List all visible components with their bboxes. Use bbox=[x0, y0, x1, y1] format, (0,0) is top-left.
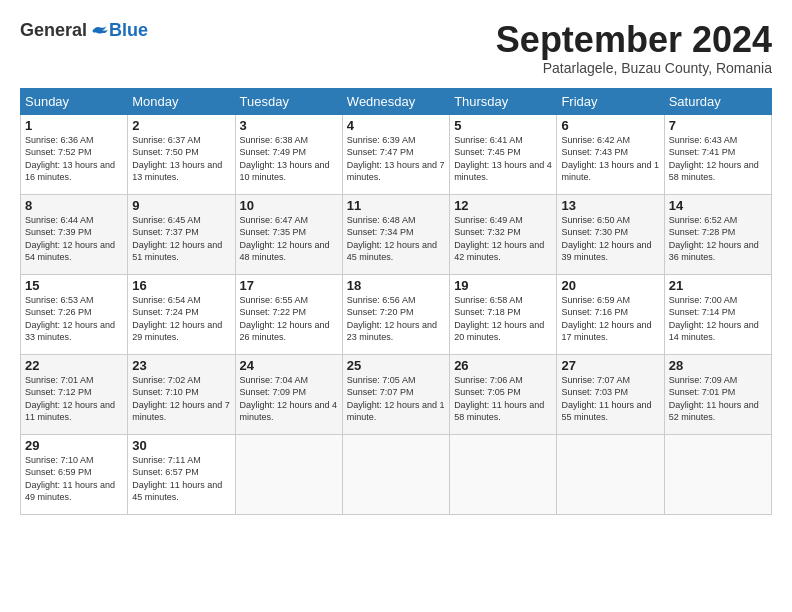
day-number: 7 bbox=[669, 118, 767, 133]
calendar-cell: 5Sunrise: 6:41 AMSunset: 7:45 PMDaylight… bbox=[450, 114, 557, 194]
day-info: Sunrise: 7:01 AMSunset: 7:12 PMDaylight:… bbox=[25, 375, 115, 423]
day-number: 20 bbox=[561, 278, 659, 293]
day-info: Sunrise: 6:56 AMSunset: 7:20 PMDaylight:… bbox=[347, 295, 437, 343]
calendar-cell bbox=[342, 434, 449, 514]
day-info: Sunrise: 6:42 AMSunset: 7:43 PMDaylight:… bbox=[561, 135, 659, 183]
day-info: Sunrise: 7:00 AMSunset: 7:14 PMDaylight:… bbox=[669, 295, 759, 343]
day-number: 13 bbox=[561, 198, 659, 213]
calendar-cell: 22Sunrise: 7:01 AMSunset: 7:12 PMDayligh… bbox=[21, 354, 128, 434]
calendar-table: SundayMondayTuesdayWednesdayThursdayFrid… bbox=[20, 88, 772, 515]
calendar-cell bbox=[235, 434, 342, 514]
day-number: 18 bbox=[347, 278, 445, 293]
header: General Blue September 2024 Patarlagele,… bbox=[20, 20, 772, 76]
weekday-header: Sunday bbox=[21, 88, 128, 114]
calendar-cell: 4Sunrise: 6:39 AMSunset: 7:47 PMDaylight… bbox=[342, 114, 449, 194]
calendar-cell: 20Sunrise: 6:59 AMSunset: 7:16 PMDayligh… bbox=[557, 274, 664, 354]
calendar-cell: 2Sunrise: 6:37 AMSunset: 7:50 PMDaylight… bbox=[128, 114, 235, 194]
day-number: 2 bbox=[132, 118, 230, 133]
day-info: Sunrise: 6:36 AMSunset: 7:52 PMDaylight:… bbox=[25, 135, 115, 183]
calendar-cell: 28Sunrise: 7:09 AMSunset: 7:01 PMDayligh… bbox=[664, 354, 771, 434]
day-number: 19 bbox=[454, 278, 552, 293]
calendar-cell: 17Sunrise: 6:55 AMSunset: 7:22 PMDayligh… bbox=[235, 274, 342, 354]
subtitle: Patarlagele, Buzau County, Romania bbox=[496, 60, 772, 76]
day-info: Sunrise: 6:47 AMSunset: 7:35 PMDaylight:… bbox=[240, 215, 330, 263]
day-info: Sunrise: 7:02 AMSunset: 7:10 PMDaylight:… bbox=[132, 375, 230, 423]
logo-bird-icon bbox=[89, 21, 109, 41]
weekday-header: Monday bbox=[128, 88, 235, 114]
logo: General Blue bbox=[20, 20, 148, 41]
calendar-cell: 11Sunrise: 6:48 AMSunset: 7:34 PMDayligh… bbox=[342, 194, 449, 274]
logo-blue-text: Blue bbox=[109, 20, 148, 41]
day-number: 26 bbox=[454, 358, 552, 373]
weekday-header: Saturday bbox=[664, 88, 771, 114]
day-number: 17 bbox=[240, 278, 338, 293]
calendar-cell: 25Sunrise: 7:05 AMSunset: 7:07 PMDayligh… bbox=[342, 354, 449, 434]
day-info: Sunrise: 6:38 AMSunset: 7:49 PMDaylight:… bbox=[240, 135, 330, 183]
day-number: 23 bbox=[132, 358, 230, 373]
weekday-header: Wednesday bbox=[342, 88, 449, 114]
day-info: Sunrise: 6:53 AMSunset: 7:26 PMDaylight:… bbox=[25, 295, 115, 343]
day-info: Sunrise: 7:04 AMSunset: 7:09 PMDaylight:… bbox=[240, 375, 338, 423]
calendar-cell: 27Sunrise: 7:07 AMSunset: 7:03 PMDayligh… bbox=[557, 354, 664, 434]
day-number: 30 bbox=[132, 438, 230, 453]
day-info: Sunrise: 7:11 AMSunset: 6:57 PMDaylight:… bbox=[132, 455, 222, 503]
day-info: Sunrise: 6:50 AMSunset: 7:30 PMDaylight:… bbox=[561, 215, 651, 263]
day-number: 25 bbox=[347, 358, 445, 373]
weekday-header: Thursday bbox=[450, 88, 557, 114]
header-row: SundayMondayTuesdayWednesdayThursdayFrid… bbox=[21, 88, 772, 114]
page-container: General Blue September 2024 Patarlagele,… bbox=[0, 0, 792, 525]
day-number: 5 bbox=[454, 118, 552, 133]
day-number: 12 bbox=[454, 198, 552, 213]
day-info: Sunrise: 6:37 AMSunset: 7:50 PMDaylight:… bbox=[132, 135, 222, 183]
day-info: Sunrise: 6:48 AMSunset: 7:34 PMDaylight:… bbox=[347, 215, 437, 263]
logo-general-text: General bbox=[20, 20, 87, 41]
day-info: Sunrise: 7:07 AMSunset: 7:03 PMDaylight:… bbox=[561, 375, 651, 423]
day-number: 28 bbox=[669, 358, 767, 373]
weekday-header: Tuesday bbox=[235, 88, 342, 114]
day-info: Sunrise: 6:44 AMSunset: 7:39 PMDaylight:… bbox=[25, 215, 115, 263]
day-info: Sunrise: 6:55 AMSunset: 7:22 PMDaylight:… bbox=[240, 295, 330, 343]
calendar-cell: 8Sunrise: 6:44 AMSunset: 7:39 PMDaylight… bbox=[21, 194, 128, 274]
calendar-cell: 7Sunrise: 6:43 AMSunset: 7:41 PMDaylight… bbox=[664, 114, 771, 194]
day-number: 16 bbox=[132, 278, 230, 293]
day-number: 10 bbox=[240, 198, 338, 213]
month-title: September 2024 bbox=[496, 20, 772, 60]
calendar-cell: 14Sunrise: 6:52 AMSunset: 7:28 PMDayligh… bbox=[664, 194, 771, 274]
day-info: Sunrise: 6:43 AMSunset: 7:41 PMDaylight:… bbox=[669, 135, 759, 183]
day-number: 24 bbox=[240, 358, 338, 373]
day-info: Sunrise: 6:52 AMSunset: 7:28 PMDaylight:… bbox=[669, 215, 759, 263]
day-number: 22 bbox=[25, 358, 123, 373]
calendar-cell: 30Sunrise: 7:11 AMSunset: 6:57 PMDayligh… bbox=[128, 434, 235, 514]
calendar-cell: 9Sunrise: 6:45 AMSunset: 7:37 PMDaylight… bbox=[128, 194, 235, 274]
day-info: Sunrise: 6:49 AMSunset: 7:32 PMDaylight:… bbox=[454, 215, 544, 263]
calendar-cell: 13Sunrise: 6:50 AMSunset: 7:30 PMDayligh… bbox=[557, 194, 664, 274]
calendar-cell: 23Sunrise: 7:02 AMSunset: 7:10 PMDayligh… bbox=[128, 354, 235, 434]
day-info: Sunrise: 6:39 AMSunset: 7:47 PMDaylight:… bbox=[347, 135, 445, 183]
day-info: Sunrise: 7:09 AMSunset: 7:01 PMDaylight:… bbox=[669, 375, 759, 423]
weekday-header: Friday bbox=[557, 88, 664, 114]
day-number: 29 bbox=[25, 438, 123, 453]
calendar-week-row: 15Sunrise: 6:53 AMSunset: 7:26 PMDayligh… bbox=[21, 274, 772, 354]
day-number: 11 bbox=[347, 198, 445, 213]
calendar-cell bbox=[557, 434, 664, 514]
calendar-cell: 19Sunrise: 6:58 AMSunset: 7:18 PMDayligh… bbox=[450, 274, 557, 354]
calendar-week-row: 8Sunrise: 6:44 AMSunset: 7:39 PMDaylight… bbox=[21, 194, 772, 274]
calendar-cell: 26Sunrise: 7:06 AMSunset: 7:05 PMDayligh… bbox=[450, 354, 557, 434]
day-number: 8 bbox=[25, 198, 123, 213]
day-number: 6 bbox=[561, 118, 659, 133]
day-number: 4 bbox=[347, 118, 445, 133]
day-info: Sunrise: 6:58 AMSunset: 7:18 PMDaylight:… bbox=[454, 295, 544, 343]
day-number: 9 bbox=[132, 198, 230, 213]
day-number: 15 bbox=[25, 278, 123, 293]
day-number: 14 bbox=[669, 198, 767, 213]
calendar-cell: 15Sunrise: 6:53 AMSunset: 7:26 PMDayligh… bbox=[21, 274, 128, 354]
day-info: Sunrise: 6:41 AMSunset: 7:45 PMDaylight:… bbox=[454, 135, 552, 183]
day-number: 21 bbox=[669, 278, 767, 293]
day-number: 27 bbox=[561, 358, 659, 373]
calendar-cell bbox=[664, 434, 771, 514]
day-info: Sunrise: 7:06 AMSunset: 7:05 PMDaylight:… bbox=[454, 375, 544, 423]
day-info: Sunrise: 7:10 AMSunset: 6:59 PMDaylight:… bbox=[25, 455, 115, 503]
calendar-cell: 3Sunrise: 6:38 AMSunset: 7:49 PMDaylight… bbox=[235, 114, 342, 194]
calendar-cell: 12Sunrise: 6:49 AMSunset: 7:32 PMDayligh… bbox=[450, 194, 557, 274]
calendar-cell: 1Sunrise: 6:36 AMSunset: 7:52 PMDaylight… bbox=[21, 114, 128, 194]
